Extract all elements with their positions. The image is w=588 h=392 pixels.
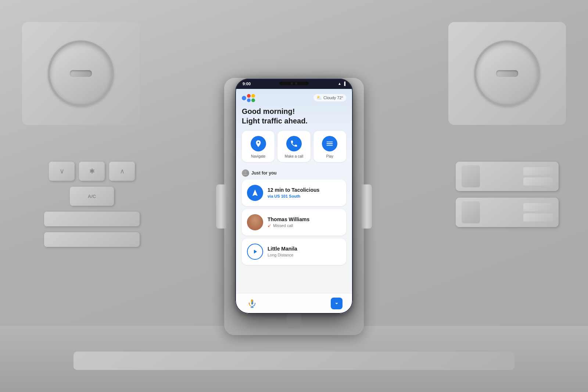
thomas-avatar	[247, 214, 263, 230]
ac-slider[interactable]	[44, 212, 140, 226]
thomas-avatar-image	[247, 214, 263, 230]
google-assistant-logo	[242, 94, 255, 102]
seat-btn-1[interactable]	[523, 167, 553, 175]
seat-controls	[523, 167, 553, 186]
mic-icon	[248, 299, 257, 308]
seat-control-bottom[interactable]	[456, 198, 559, 227]
fan-down-button[interactable]: ∨	[49, 162, 75, 181]
phone-bottom-bar	[235, 293, 353, 314]
seat-icon	[462, 165, 480, 187]
play-icon-circle	[322, 136, 337, 151]
arrow-nav-icon	[251, 189, 259, 197]
dashboard-bottom-strip	[74, 352, 514, 370]
navigate-label: Navigate	[251, 154, 265, 158]
nav-card-subtitle: via US 101 South	[268, 194, 341, 198]
play-icon	[326, 140, 334, 148]
battery-icon: ▐	[343, 82, 345, 86]
dashboard-bottom	[0, 326, 588, 392]
ac-row-middle: A/C	[29, 187, 154, 206]
vent-dial-left	[48, 40, 114, 107]
greeting-section: Good morning! Light traffic ahead.	[235, 105, 353, 131]
little-manila-card[interactable]: Little Manila Long Distance	[242, 238, 346, 265]
just-for-you-title: Just for you	[251, 170, 277, 176]
navigate-icon	[254, 140, 262, 148]
seat-btn-2[interactable]	[523, 177, 553, 186]
missed-call-row: ↙ Missed call	[268, 223, 341, 228]
music-card-title: Little Manila	[268, 246, 341, 252]
call-icon	[290, 140, 298, 148]
nav-card-content: 12 min to Tacolicious via US 101 South	[268, 187, 341, 198]
user-avatar-icon	[243, 170, 248, 176]
phone-camera-notch	[279, 82, 309, 85]
phone-screen: ⛅ Cloudy 72° Good morning! Light traffic…	[235, 89, 353, 314]
camera-dot-2	[295, 82, 297, 84]
vent-dial-inner-right	[496, 70, 518, 77]
ac-row-defrost	[29, 232, 154, 247]
assistant-header: ⛅ Cloudy 72°	[235, 89, 353, 105]
user-avatar-small	[242, 169, 249, 177]
mount-clip-right	[362, 184, 372, 229]
ac-row-bottom	[29, 212, 154, 226]
ac-panel: ∨ ✱ ∧ A/C	[29, 162, 154, 247]
fan-icon-button[interactable]: ✱	[79, 162, 105, 181]
weather-badge: ⛅ Cloudy 72°	[313, 94, 346, 101]
chevron-down-icon	[333, 300, 340, 307]
thomas-williams-card[interactable]: Thomas Williams ↙ Missed call	[242, 209, 346, 235]
thomas-card-title: Thomas Williams	[268, 216, 341, 223]
weather-text: Cloudy 72°	[323, 96, 343, 100]
cards-area: 12 min to Tacolicious via US 101 South T…	[235, 180, 353, 293]
quick-actions: Navigate Make a call	[235, 131, 353, 168]
right-vent	[448, 22, 566, 125]
chevron-down-button[interactable]	[331, 298, 343, 309]
vent-dial-right	[474, 40, 540, 107]
music-card-content: Little Manila Long Distance	[268, 246, 341, 257]
right-controls	[456, 162, 559, 227]
nav-card-title: 12 min to Tacolicious	[268, 187, 341, 193]
left-vent	[22, 22, 140, 125]
navigation-card[interactable]: 12 min to Tacolicious via US 101 South	[242, 180, 346, 206]
logo-dot-yellow	[251, 94, 255, 98]
vent-dial-inner-left	[70, 70, 92, 77]
call-icon-circle	[286, 136, 302, 151]
camera-dot-1	[291, 82, 293, 84]
music-play-icon	[252, 248, 258, 255]
logo-dot-blue-2	[247, 98, 251, 102]
call-label: Make a call	[285, 154, 304, 158]
logo-dot-red	[247, 94, 251, 98]
nav-card-icon	[247, 185, 263, 201]
seat-icon-2	[462, 201, 480, 223]
seat-btn-4[interactable]	[523, 213, 553, 222]
seat-btn-3[interactable]	[523, 203, 553, 211]
play-circle-icon	[247, 244, 263, 260]
defrost-button[interactable]	[44, 232, 140, 247]
ac-row-top: ∨ ✱ ∧	[29, 162, 154, 181]
thomas-card-subtitle: Missed call	[273, 223, 293, 228]
just-for-you-header: Just for you	[235, 168, 353, 180]
phone-mount: 9:00 ▲ ▐	[235, 79, 353, 314]
signal-icon: ▲	[338, 82, 341, 86]
mic-button[interactable]	[245, 297, 259, 310]
ac-label[interactable]: A/C	[70, 187, 114, 206]
play-action[interactable]: Play	[313, 131, 346, 162]
fan-up-button[interactable]: ∧	[109, 162, 135, 181]
thomas-card-content: Thomas Williams ↙ Missed call	[268, 216, 341, 228]
mount-clip-left	[216, 184, 226, 229]
call-action[interactable]: Make a call	[277, 131, 310, 162]
greeting-line1: Good morning! Light traffic ahead.	[242, 107, 346, 126]
play-label: Play	[326, 154, 333, 158]
seat-controls-2	[523, 203, 553, 222]
music-card-subtitle: Long Distance	[268, 253, 341, 257]
weather-cloud-icon: ⛅	[316, 95, 322, 100]
status-icons: ▲ ▐	[338, 82, 345, 86]
phone-time: 9:00	[243, 82, 251, 86]
navigate-action[interactable]: Navigate	[242, 131, 275, 162]
logo-dot-green	[251, 98, 255, 102]
missed-call-arrow-icon: ↙	[268, 223, 272, 227]
navigate-icon-circle	[251, 136, 266, 151]
seat-control-top[interactable]	[456, 162, 559, 191]
phone: 9:00 ▲ ▐	[235, 79, 353, 314]
logo-dot-blue	[242, 96, 246, 100]
